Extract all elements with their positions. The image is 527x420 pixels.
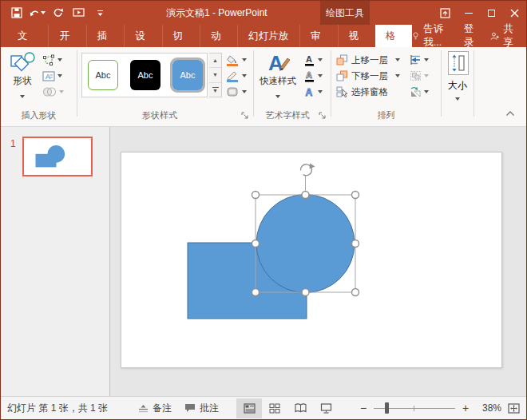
tab-animations[interactable]: 动画 xyxy=(200,25,237,47)
resize-handle-top-middle[interactable] xyxy=(302,192,309,199)
shape-fill-button[interactable] xyxy=(226,53,247,67)
size-icon xyxy=(448,51,469,75)
quick-styles-button[interactable]: A 快速样式 xyxy=(256,50,299,101)
group-size: 大小 xyxy=(442,47,474,127)
group-objects-button[interactable] xyxy=(410,69,429,83)
slide-sorter-view-button[interactable] xyxy=(262,398,287,418)
shape-fill-dropdown-icon xyxy=(242,58,247,61)
bring-forward-icon xyxy=(336,54,348,65)
resize-handle-top-left[interactable] xyxy=(252,192,260,199)
shape-outline-dropdown-icon xyxy=(242,74,247,77)
selection-pane-button[interactable]: 选择窗格 xyxy=(336,85,388,99)
undo-dropdown-icon[interactable] xyxy=(41,11,46,14)
circle-shape-selected[interactable] xyxy=(256,195,355,293)
send-backward-button[interactable]: 下移一层 xyxy=(336,69,400,83)
resize-handle-bottom-right[interactable] xyxy=(352,289,359,296)
reading-view-button[interactable] xyxy=(287,398,313,418)
fit-slide-to-window-icon[interactable] xyxy=(508,403,520,414)
bring-forward-button[interactable]: 上移一层 xyxy=(336,53,400,67)
shape-effects-icon xyxy=(226,86,240,97)
group-label-insert-shapes: 插入形状 xyxy=(1,109,77,121)
comments-icon xyxy=(184,403,196,413)
zoom-out-icon[interactable]: − xyxy=(359,402,367,414)
ribbon-display-options-icon[interactable] xyxy=(434,1,457,25)
tab-slideshow[interactable]: 幻灯片放映 xyxy=(237,25,299,47)
tab-home[interactable]: 开始 xyxy=(48,25,85,47)
save-icon[interactable] xyxy=(8,4,26,22)
tab-transitions[interactable]: 切换 xyxy=(162,25,200,47)
tab-design[interactable]: 设计 xyxy=(124,25,161,47)
group-label-arrange: 排列 xyxy=(331,109,441,121)
comments-button[interactable]: 批注 xyxy=(178,397,225,420)
text-box-button[interactable]: A xyxy=(42,69,62,83)
send-backward-label: 下移一层 xyxy=(351,70,388,82)
resize-handle-bottom-middle[interactable] xyxy=(302,289,309,296)
quick-styles-label: 快速样式 xyxy=(256,75,299,86)
redo-icon[interactable] xyxy=(50,4,67,22)
start-slideshow-icon[interactable] xyxy=(70,4,88,22)
slide-thumbnail-selected[interactable] xyxy=(22,137,93,176)
text-outline-button[interactable]: A xyxy=(303,69,323,83)
zoom-in-icon[interactable]: + xyxy=(462,402,470,414)
sign-in-button[interactable]: 登录 xyxy=(464,22,479,50)
edit-shape-button[interactable] xyxy=(42,53,62,67)
text-fill-button[interactable]: A xyxy=(303,53,323,67)
rotate-dropdown-icon xyxy=(424,90,429,93)
resize-handle-top-right[interactable] xyxy=(352,192,359,199)
resize-handle-middle-right[interactable] xyxy=(352,240,359,248)
zoom-controls: − + 38% xyxy=(359,402,526,414)
shape-style-thumb-1[interactable]: Abc xyxy=(88,60,118,90)
collapse-ribbon-icon[interactable] xyxy=(504,109,517,118)
share-button[interactable]: 共享 xyxy=(490,22,518,50)
tab-insert[interactable]: 插入 xyxy=(86,25,124,47)
tell-me-box[interactable]: 告诉我... xyxy=(412,22,452,50)
align-dropdown-icon xyxy=(424,58,429,61)
maximize-button[interactable] xyxy=(480,1,503,25)
comments-label: 批注 xyxy=(200,402,219,415)
svg-text:A: A xyxy=(268,51,283,74)
zoom-level: 38% xyxy=(476,402,501,414)
rotate-button[interactable] xyxy=(410,85,429,99)
tab-review[interactable]: 审阅 xyxy=(299,25,337,47)
customize-qat-icon[interactable] xyxy=(91,4,109,22)
minimize-button[interactable] xyxy=(457,1,480,25)
shapes-button[interactable]: 形状 xyxy=(2,50,42,101)
selection-pane-icon xyxy=(336,86,348,97)
tab-file[interactable]: 文件 xyxy=(7,25,44,47)
slideshow-view-button[interactable] xyxy=(313,398,339,418)
shape-effects-button[interactable] xyxy=(226,85,247,99)
zoom-slider[interactable] xyxy=(374,402,455,414)
tab-format[interactable]: 格式 xyxy=(375,25,412,47)
text-box-icon: A xyxy=(42,70,55,82)
rotate-handle-icon[interactable] xyxy=(300,164,315,176)
resize-handle-middle-left[interactable] xyxy=(252,240,260,248)
gallery-scroll-down-icon[interactable]: ▼ xyxy=(209,68,221,82)
shape-style-thumb-2[interactable]: Abc xyxy=(130,60,160,90)
resize-handle-bottom-left[interactable] xyxy=(252,289,260,296)
merge-shapes-dropdown-icon xyxy=(59,90,64,93)
group-objects-icon xyxy=(410,70,422,81)
close-button[interactable] xyxy=(503,1,526,25)
shape-style-thumb-3-selected[interactable]: Abc xyxy=(172,60,203,90)
text-effects-button[interactable]: A xyxy=(303,85,323,99)
gallery-more-icon[interactable]: ▼ xyxy=(209,83,221,97)
quick-styles-dropdown-icon xyxy=(275,95,280,98)
slide-canvas[interactable] xyxy=(121,152,502,368)
status-bar: 幻灯片 第 1 张，共 1 张 备注 批注 − xyxy=(1,396,526,419)
align-button[interactable] xyxy=(410,53,429,67)
shape-styles-dialog-launcher-icon[interactable] xyxy=(241,111,251,121)
slide-thumbnail-panel: 1 xyxy=(1,127,109,398)
normal-view-button[interactable] xyxy=(236,398,262,418)
notes-button[interactable]: 备注 xyxy=(132,397,178,420)
undo-icon[interactable] xyxy=(29,4,46,22)
text-outline-dropdown-icon xyxy=(318,74,323,77)
shape-outline-button[interactable] xyxy=(226,69,247,83)
zoom-slider-thumb[interactable] xyxy=(385,402,389,414)
shapes-dropdown-icon xyxy=(20,95,25,98)
tab-view[interactable]: 视图 xyxy=(338,25,375,47)
merge-shapes-button[interactable] xyxy=(42,85,64,99)
group-label-wordart-styles: 艺术字样式 xyxy=(254,109,321,121)
text-effects-dropdown-icon xyxy=(318,90,323,93)
shape-effects-dropdown-icon xyxy=(242,90,247,93)
gallery-scroll-up-icon[interactable]: ▲ xyxy=(209,53,221,68)
